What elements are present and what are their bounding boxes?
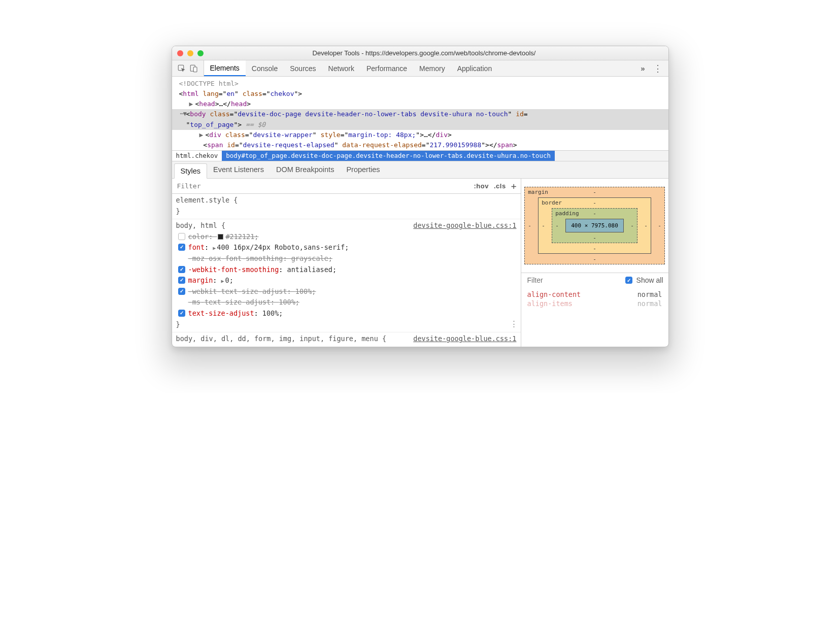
subtab-properties[interactable]: Properties [340, 161, 386, 178]
devtools-window: Developer Tools - https://developers.goo… [172, 46, 669, 347]
tab-performance[interactable]: Performance [360, 60, 413, 76]
panel-tabs: Elements Console Sources Network Perform… [204, 60, 635, 76]
box-border[interactable]: border - - - - padding - - - [538, 197, 651, 254]
crumb-html[interactable]: html.chekov [172, 151, 222, 161]
new-style-rule-icon[interactable]: + [511, 181, 517, 191]
device-toggle-icon[interactable] [189, 64, 198, 73]
expand-shorthand-icon[interactable]: ▶ [213, 245, 216, 251]
title-bar: Developer Tools - https://developers.goo… [172, 46, 668, 60]
subtab-event-listeners[interactable]: Event Listeners [207, 161, 270, 178]
inspect-element-icon[interactable] [177, 64, 186, 73]
box-margin[interactable]: margin - - - - border - - - - [524, 187, 665, 264]
toggle-cls-button[interactable]: .cls [494, 182, 506, 190]
dom-head[interactable]: ▶<head>…</head> [172, 99, 668, 109]
prop-webkit-tsa[interactable]: -webkit-text-size-adjust: 100%; [176, 286, 517, 297]
computed-filter-bar: Show all [521, 273, 668, 288]
computed-row[interactable]: align-contentnormal [527, 290, 662, 299]
main-toolbar: Elements Console Sources Network Perform… [172, 60, 668, 77]
prop-checkbox[interactable] [178, 266, 185, 273]
subtab-styles[interactable]: Styles [174, 163, 208, 179]
dom-html-open[interactable]: <html lang="en" class="chekov"> [172, 89, 668, 99]
dom-div[interactable]: ▶<div class="devsite-wrapper" style="mar… [172, 130, 668, 140]
toolbar-right: » ⋮ [634, 60, 668, 76]
style-rules: element.style { } devsite-google-blue.cs… [172, 194, 521, 347]
more-tabs-icon[interactable]: » [641, 64, 645, 73]
prop-moz-smoothing[interactable]: -moz-osx-font-smoothing: grayscale; [176, 253, 517, 264]
prop-ms-tsa[interactable]: -ms-text-size-adjust: 100%; [176, 297, 517, 308]
source-link[interactable]: devsite-google-blue.css:1 [413, 333, 516, 345]
dom-tree[interactable]: <!DOCTYPE html> <html lang="en" class="c… [172, 77, 668, 150]
show-all-label: Show all [636, 276, 663, 284]
toolbar-left [172, 60, 204, 76]
prop-checkbox[interactable] [178, 288, 185, 295]
lower-panel: Styles Event Listeners DOM Breakpoints P… [172, 161, 668, 347]
traffic-lights [177, 50, 204, 56]
breadcrumb: html.chekov body#top_of_page.devsite-doc… [172, 150, 668, 161]
maximize-window-icon[interactable] [197, 50, 204, 56]
prop-checkbox[interactable] [178, 310, 185, 317]
prop-tsa[interactable]: text-size-adjust: 100%; [176, 308, 517, 319]
tab-console[interactable]: Console [246, 60, 284, 76]
box-model[interactable]: margin - - - - border - - - - [521, 179, 668, 273]
computed-list[interactable]: align-contentnormal align-itemsnormal [521, 288, 668, 310]
prop-margin[interactable]: margin: ▶0; [176, 275, 517, 286]
tab-elements[interactable]: Elements [204, 60, 246, 76]
minimize-window-icon[interactable] [187, 50, 193, 56]
computed-row[interactable]: align-itemsnormal [527, 299, 662, 308]
dom-span[interactable]: <span id="devsite-request-elapsed" data-… [172, 140, 668, 150]
crumb-body[interactable]: body#top_of_page.devsite-doc-page.devsit… [222, 151, 555, 161]
show-all-checkbox[interactable] [625, 277, 632, 284]
expand-shorthand-icon[interactable]: ▶ [221, 278, 224, 284]
prop-checkbox[interactable] [178, 233, 185, 240]
dom-doctype[interactable]: <!DOCTYPE html> [172, 79, 668, 89]
tab-application[interactable]: Application [451, 60, 498, 76]
rule-body-html[interactable]: devsite-google-blue.css:1 body, html { c… [172, 219, 521, 332]
box-content[interactable]: 400 × 7975.080 [565, 219, 624, 232]
dom-body-selected[interactable]: ⋯▼<body class="devsite-doc-page devsite-… [172, 109, 668, 129]
styles-filter-input[interactable] [176, 182, 469, 190]
prop-color[interactable]: color: #212121; [176, 231, 517, 243]
rule-body-div-etc[interactable]: devsite-google-blue.css:1 body, div, dl,… [172, 332, 521, 347]
window-title: Developer Tools - https://developers.goo… [208, 49, 663, 57]
prop-webkit-smoothing[interactable]: -webkit-font-smoothing: antialiased; [176, 264, 517, 276]
source-link[interactable]: devsite-google-blue.css:1 [413, 220, 516, 231]
tab-memory[interactable]: Memory [413, 60, 451, 76]
styles-pane: :hov .cls + element.style { } devsite-go… [172, 179, 521, 347]
panes: :hov .cls + element.style { } devsite-go… [172, 179, 668, 347]
rule-menu-icon[interactable]: ⋮ [510, 318, 518, 330]
box-padding[interactable]: padding - - - - 400 × 7975.080 [552, 208, 637, 243]
svg-rect-2 [193, 67, 197, 72]
prop-checkbox[interactable] [178, 277, 185, 284]
color-swatch-icon[interactable] [218, 234, 223, 240]
tab-network[interactable]: Network [322, 60, 360, 76]
prop-checkbox[interactable] [178, 244, 185, 251]
settings-menu-icon[interactable]: ⋮ [653, 64, 662, 73]
prop-font[interactable]: font: ▶400 16px/24px Roboto,sans-serif; [176, 242, 517, 253]
toggle-hov-button[interactable]: :hov [474, 182, 489, 190]
rule-element-style[interactable]: element.style { } [172, 194, 521, 219]
close-window-icon[interactable] [177, 50, 183, 56]
subtab-dom-breakpoints[interactable]: DOM Breakpoints [270, 161, 340, 178]
tab-sources[interactable]: Sources [284, 60, 322, 76]
computed-pane: margin - - - - border - - - - [521, 179, 668, 347]
styles-subtabs: Styles Event Listeners DOM Breakpoints P… [172, 161, 668, 179]
computed-filter-input[interactable] [526, 276, 621, 285]
styles-filter-bar: :hov .cls + [172, 179, 521, 194]
